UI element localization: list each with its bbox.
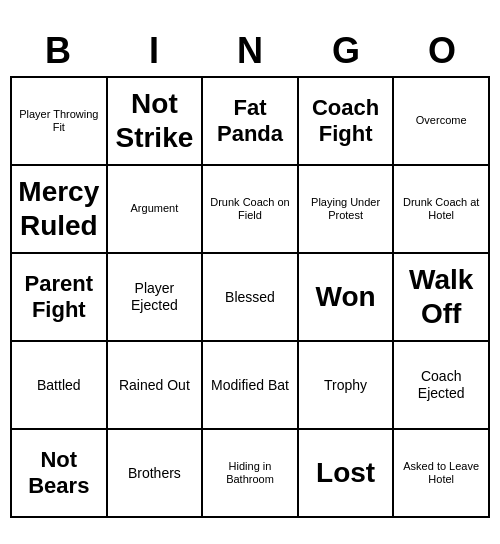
header-letter: I <box>106 26 202 76</box>
cell-text: Drunk Coach on Field <box>207 196 293 222</box>
cell-text: Won <box>316 280 376 314</box>
bingo-cell: Brothers <box>108 430 204 518</box>
cell-text: Modified Bat <box>211 377 289 394</box>
bingo-cell: Rained Out <box>108 342 204 430</box>
cell-text: Brothers <box>128 465 181 482</box>
cell-text: Not Strike <box>112 87 198 154</box>
cell-text: Hiding in Bathroom <box>207 460 293 486</box>
bingo-header: BINGO <box>10 26 490 76</box>
cell-text: Asked to Leave Hotel <box>398 460 484 486</box>
cell-text: Not Bears <box>16 447 102 500</box>
bingo-cell: Walk Off <box>394 254 490 342</box>
cell-text: Playing Under Protest <box>303 196 389 222</box>
bingo-cell: Fat Panda <box>203 78 299 166</box>
bingo-cell: Hiding in Bathroom <box>203 430 299 518</box>
bingo-cell: Lost <box>299 430 395 518</box>
bingo-cell: Battled <box>12 342 108 430</box>
bingo-cell: Asked to Leave Hotel <box>394 430 490 518</box>
bingo-cell: Playing Under Protest <box>299 166 395 254</box>
cell-text: Overcome <box>416 114 467 127</box>
bingo-cell: Won <box>299 254 395 342</box>
header-letter: O <box>394 26 490 76</box>
bingo-cell: Player Ejected <box>108 254 204 342</box>
bingo-card: BINGO Player Throwing FitNot StrikeFat P… <box>10 26 490 518</box>
cell-text: Mercy Ruled <box>16 175 102 242</box>
cell-text: Rained Out <box>119 377 190 394</box>
header-letter: N <box>202 26 298 76</box>
bingo-cell: Drunk Coach on Field <box>203 166 299 254</box>
cell-text: Coach Ejected <box>398 368 484 402</box>
bingo-grid: Player Throwing FitNot StrikeFat PandaCo… <box>10 76 490 518</box>
cell-text: Drunk Coach at Hotel <box>398 196 484 222</box>
bingo-cell: Overcome <box>394 78 490 166</box>
bingo-cell: Parent Fight <box>12 254 108 342</box>
cell-text: Walk Off <box>398 263 484 330</box>
cell-text: Blessed <box>225 289 275 306</box>
cell-text: Coach Fight <box>303 95 389 148</box>
bingo-cell: Trophy <box>299 342 395 430</box>
header-letter: G <box>298 26 394 76</box>
cell-text: Trophy <box>324 377 367 394</box>
cell-text: Player Ejected <box>112 280 198 314</box>
cell-text: Lost <box>316 456 375 490</box>
bingo-cell: Not Strike <box>108 78 204 166</box>
bingo-cell: Drunk Coach at Hotel <box>394 166 490 254</box>
bingo-cell: Blessed <box>203 254 299 342</box>
cell-text: Fat Panda <box>207 95 293 148</box>
bingo-cell: Coach Fight <box>299 78 395 166</box>
bingo-cell: Argument <box>108 166 204 254</box>
bingo-cell: Coach Ejected <box>394 342 490 430</box>
header-letter: B <box>10 26 106 76</box>
cell-text: Player Throwing Fit <box>16 108 102 134</box>
cell-text: Argument <box>131 202 179 215</box>
cell-text: Battled <box>37 377 81 394</box>
bingo-cell: Modified Bat <box>203 342 299 430</box>
bingo-cell: Not Bears <box>12 430 108 518</box>
cell-text: Parent Fight <box>16 271 102 324</box>
bingo-cell: Player Throwing Fit <box>12 78 108 166</box>
bingo-cell: Mercy Ruled <box>12 166 108 254</box>
